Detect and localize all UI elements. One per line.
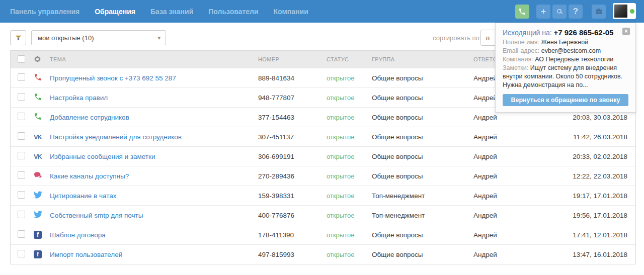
- ticket-number: 159-398331: [258, 192, 327, 200]
- ticket-number: 497-815993: [258, 251, 327, 258]
- ticket-assignee: Андрей: [473, 133, 544, 141]
- account-menu[interactable]: [613, 3, 636, 19]
- vk-icon: VK: [34, 153, 41, 160]
- vk-icon: VK: [34, 133, 41, 141]
- row-checkbox[interactable]: [18, 152, 25, 159]
- row-checkbox[interactable]: [18, 250, 25, 257]
- ticket-assignee: Андрей: [473, 231, 544, 239]
- call-phone-number: +7 926 865-62-05: [553, 28, 613, 37]
- ticket-topic-link[interactable]: Какие каналы доступны?: [50, 172, 129, 180]
- search-icon: [556, 8, 564, 16]
- nav-item-users[interactable]: Пользователи: [208, 8, 258, 16]
- ticket-topic-link[interactable]: Настройка уведомлений для сотрудников: [50, 133, 182, 141]
- twitter-icon: [34, 191, 42, 199]
- table-row: Цитирование в чатах 159-398331 открытое …: [11, 186, 635, 205]
- question-icon: ?: [573, 7, 578, 17]
- missed-call-icon: [34, 73, 42, 81]
- row-checkbox[interactable]: [18, 171, 25, 179]
- online-status-dot: [630, 9, 634, 14]
- workspace-button[interactable]: [592, 5, 606, 19]
- ticket-number: 307-451137: [258, 133, 327, 141]
- table-row: f Шаблон договора 178-411390 открытое Об…: [11, 225, 635, 244]
- ticket-number: 178-411390: [258, 231, 327, 239]
- field-label: Компания:: [503, 56, 533, 63]
- ticket-status: открытое: [327, 133, 372, 141]
- table-row: f Импорт пользователей 497-815993 открыт…: [11, 244, 635, 264]
- header-number: НОМЕР: [258, 56, 327, 62]
- table-row: VK Избранные сообщения и заметки 306-699…: [11, 146, 635, 166]
- ticket-status: открытое: [327, 74, 372, 82]
- ticket-number: 948-777807: [258, 94, 327, 102]
- ticket-topic-link[interactable]: Пропущенный звонок с +373 692 55 287: [50, 74, 176, 82]
- ticket-status: открытое: [327, 94, 372, 102]
- ticket-topic-link[interactable]: Импорт пользователей: [50, 251, 122, 258]
- ticket-group: Общие вопросы: [372, 114, 473, 121]
- ticket-topic-link[interactable]: Цитирование в чатах: [50, 192, 117, 200]
- close-icon[interactable]: ×: [622, 28, 630, 35]
- phone-call-icon: [34, 93, 42, 101]
- nav-item-dashboard[interactable]: Панель управления: [10, 8, 79, 16]
- ticket-status: открытое: [327, 153, 372, 160]
- ticket-assignee: Андрей: [473, 192, 544, 200]
- ticket-topic-link[interactable]: Добавление сотрудников: [50, 114, 129, 121]
- top-nav: Панель управления Обращения База знаний …: [0, 0, 644, 23]
- ticket-date: 20:03, 30.03.2018: [544, 114, 635, 121]
- ticket-assignee: Андрей: [473, 172, 544, 180]
- row-checkbox[interactable]: [18, 230, 25, 238]
- field-value: Женя Бережной: [541, 39, 589, 46]
- nav-menu: Панель управления Обращения База знаний …: [10, 8, 308, 16]
- ticket-date: 19:17, 17.01.2018: [544, 192, 635, 200]
- ticket-number: 377-154463: [258, 114, 327, 121]
- nav-actions: + ?: [515, 4, 636, 19]
- row-checkbox[interactable]: [18, 73, 25, 81]
- filter-button[interactable]: [10, 30, 26, 45]
- ticket-assignee: Андрей: [473, 114, 544, 121]
- twitter-icon: [34, 210, 42, 219]
- ticket-topic-link[interactable]: Настройка правил: [50, 94, 108, 102]
- row-checkbox[interactable]: [18, 113, 25, 120]
- tickets-page: Панель управления Обращения База знаний …: [0, 0, 644, 275]
- filter-dropdown[interactable]: мои открытые (10) ▾: [31, 30, 166, 45]
- select-all-checkbox[interactable]: [18, 55, 25, 63]
- ticket-status: открытое: [327, 172, 372, 180]
- ticket-assignee: Андрей: [473, 212, 544, 219]
- ticket-group: Топ-менеджмент: [372, 212, 473, 219]
- add-button[interactable]: +: [536, 5, 550, 19]
- row-checkbox[interactable]: [18, 93, 25, 101]
- column-settings-gear-icon[interactable]: [34, 55, 41, 63]
- table-row: Собственный smtp для почты 400-776876 от…: [11, 205, 635, 225]
- funnel-icon: [15, 35, 22, 41]
- ticket-status: открытое: [327, 212, 372, 219]
- chevron-down-icon: ▾: [157, 35, 160, 41]
- field-value: evber@bestcom.com: [541, 47, 601, 54]
- header-group: ГРУППА: [372, 56, 473, 62]
- call-button[interactable]: [515, 5, 529, 19]
- row-checkbox[interactable]: [18, 191, 25, 199]
- ticket-group: Общие вопросы: [372, 94, 473, 102]
- chat-bubbles-icon: [34, 171, 42, 179]
- ticket-date: 20:33, 02.02.2018: [544, 153, 635, 160]
- call-info-popup: × Исходящий на: +7 926 865-62-05 Полное …: [495, 23, 636, 113]
- nav-item-tickets[interactable]: Обращения: [95, 8, 135, 16]
- row-checkbox[interactable]: [18, 132, 25, 140]
- search-button[interactable]: [552, 5, 567, 19]
- phone-call-icon: [34, 112, 42, 121]
- ticket-topic-link[interactable]: Избранные сообщения и заметки: [50, 153, 155, 160]
- field-label: Заметки:: [503, 64, 528, 71]
- ticket-status: открытое: [327, 114, 372, 121]
- nav-item-knowledge-base[interactable]: База знаний: [150, 8, 193, 16]
- row-checkbox[interactable]: [18, 211, 25, 218]
- nav-item-companies[interactable]: Компании: [274, 8, 308, 16]
- header-status: СТАТУС: [327, 56, 372, 62]
- ticket-group: Общие вопросы: [372, 251, 473, 258]
- caller-notes: Заметки: Ищут систему для внедрения внут…: [503, 64, 628, 89]
- header-topic: ТЕМА: [50, 56, 258, 62]
- help-button[interactable]: ?: [569, 5, 583, 19]
- ticket-number: 270-289436: [258, 172, 327, 180]
- ticket-topic-link[interactable]: Шаблон договора: [50, 231, 106, 239]
- ticket-assignee: Андрей: [473, 251, 544, 258]
- ticket-status: открытое: [327, 251, 372, 258]
- caller-email: Email-адрес: evber@bestcom.com: [503, 47, 628, 55]
- ticket-topic-link[interactable]: Собственный smtp для почты: [50, 212, 143, 219]
- return-to-call-ticket-button[interactable]: Вернуться к обращению по звонку: [503, 94, 628, 106]
